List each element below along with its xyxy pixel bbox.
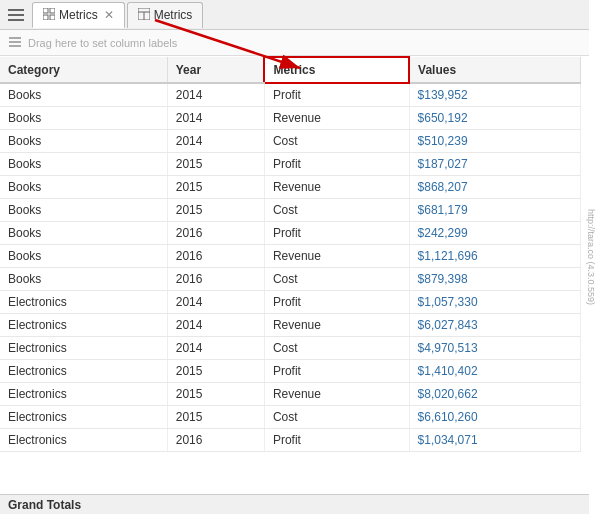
table-cell-2-1: 2014 <box>167 130 264 153</box>
table-cell-10-1: 2014 <box>167 314 264 337</box>
data-table-wrapper[interactable]: Category Year Metrics Values Books2014Pr… <box>0 56 589 494</box>
table-cell-15-2: Profit <box>264 429 409 452</box>
table-cell-8-2: Cost <box>264 268 409 291</box>
table-cell-4-0: Books <box>0 176 167 199</box>
table-cell-13-2: Revenue <box>264 383 409 406</box>
table-row: Books2015Revenue$868,207 <box>0 176 581 199</box>
table-row: Books2014Revenue$650,192 <box>0 107 581 130</box>
table-cell-12-1: 2015 <box>167 360 264 383</box>
table-cell-13-1: 2015 <box>167 383 264 406</box>
table-cell-5-2: Cost <box>264 199 409 222</box>
grand-totals-label: Grand Totals <box>8 498 81 512</box>
table-cell-15-3: $1,034,071 <box>409 429 580 452</box>
col-header-values: Values <box>409 57 580 83</box>
table-cell-15-0: Electronics <box>0 429 167 452</box>
table-cell-3-3: $187,027 <box>409 153 580 176</box>
grand-totals-row: Grand Totals <box>0 494 589 514</box>
table-cell-6-0: Books <box>0 222 167 245</box>
table-cell-2-3: $510,239 <box>409 130 580 153</box>
table-cell-0-2: Profit <box>264 83 409 107</box>
table-cell-6-1: 2016 <box>167 222 264 245</box>
table-cell-7-1: 2016 <box>167 245 264 268</box>
table-cell-1-3: $650,192 <box>409 107 580 130</box>
table-row: Electronics2014Revenue$6,027,843 <box>0 314 581 337</box>
svg-rect-0 <box>8 9 24 11</box>
svg-rect-11 <box>9 41 21 43</box>
svg-rect-3 <box>43 8 48 13</box>
col-header-year: Year <box>167 57 264 83</box>
table-row: Electronics2015Cost$6,610,260 <box>0 406 581 429</box>
table-cell-5-0: Books <box>0 199 167 222</box>
table-cell-4-2: Revenue <box>264 176 409 199</box>
col-header-category: Category <box>0 57 167 83</box>
svg-rect-4 <box>50 8 55 13</box>
table-row: Books2015Profit$187,027 <box>0 153 581 176</box>
table-cell-14-2: Cost <box>264 406 409 429</box>
tab-metrics-inactive[interactable]: Metrics <box>127 2 204 28</box>
table-cell-0-3: $139,952 <box>409 83 580 107</box>
table-icon <box>138 8 150 22</box>
table-row: Electronics2015Revenue$8,020,662 <box>0 383 581 406</box>
table-cell-11-3: $4,970,513 <box>409 337 580 360</box>
table-row: Books2016Profit$242,299 <box>0 222 581 245</box>
drag-bar: Drag here to set column labels <box>0 30 589 56</box>
table-cell-11-1: 2014 <box>167 337 264 360</box>
table-cell-3-1: 2015 <box>167 153 264 176</box>
tab-bar: Metrics ✕ Metrics <box>0 0 589 30</box>
table-cell-4-3: $868,207 <box>409 176 580 199</box>
side-watermark: http://tara.co (4.3.0.559) <box>586 0 596 514</box>
table-cell-2-0: Books <box>0 130 167 153</box>
table-row: Electronics2015Profit$1,410,402 <box>0 360 581 383</box>
table-row: Electronics2014Cost$4,970,513 <box>0 337 581 360</box>
table-cell-7-3: $1,121,696 <box>409 245 580 268</box>
svg-rect-10 <box>9 37 21 39</box>
table-cell-2-2: Cost <box>264 130 409 153</box>
svg-rect-12 <box>9 45 21 47</box>
main-content: Metrics ✕ Metrics <box>0 0 589 494</box>
svg-rect-1 <box>8 14 24 16</box>
table-cell-9-1: 2014 <box>167 291 264 314</box>
table-cell-11-2: Cost <box>264 337 409 360</box>
drag-icon <box>8 35 22 51</box>
table-row: Electronics2016Profit$1,034,071 <box>0 429 581 452</box>
table-cell-9-0: Electronics <box>0 291 167 314</box>
table-cell-10-3: $6,027,843 <box>409 314 580 337</box>
app-container: Metrics ✕ Metrics <box>0 0 597 514</box>
table-row: Books2016Revenue$1,121,696 <box>0 245 581 268</box>
table-cell-0-0: Books <box>0 83 167 107</box>
table-cell-10-0: Electronics <box>0 314 167 337</box>
table-cell-4-1: 2015 <box>167 176 264 199</box>
table-cell-7-0: Books <box>0 245 167 268</box>
table-cell-0-1: 2014 <box>167 83 264 107</box>
table-cell-5-1: 2015 <box>167 199 264 222</box>
table-cell-5-3: $681,179 <box>409 199 580 222</box>
table-cell-14-3: $6,610,260 <box>409 406 580 429</box>
table-cell-12-0: Electronics <box>0 360 167 383</box>
table-cell-3-0: Books <box>0 153 167 176</box>
table-cell-9-2: Profit <box>264 291 409 314</box>
drag-bar-label: Drag here to set column labels <box>28 37 177 49</box>
tab-close-button[interactable]: ✕ <box>104 8 114 22</box>
table-cell-12-3: $1,410,402 <box>409 360 580 383</box>
table-row: Books2016Cost$879,398 <box>0 268 581 291</box>
table-cell-15-1: 2016 <box>167 429 264 452</box>
table-cell-3-2: Profit <box>264 153 409 176</box>
tab-toggle-button[interactable] <box>4 3 28 27</box>
table-row: Books2014Cost$510,239 <box>0 130 581 153</box>
grid-icon <box>43 8 55 22</box>
table-cell-13-0: Electronics <box>0 383 167 406</box>
col-header-metrics: Metrics <box>264 57 409 83</box>
tab-metrics-active-label: Metrics <box>59 8 98 22</box>
table-cell-1-1: 2014 <box>167 107 264 130</box>
table-cell-6-2: Profit <box>264 222 409 245</box>
table-cell-1-0: Books <box>0 107 167 130</box>
table-cell-1-2: Revenue <box>264 107 409 130</box>
table-cell-9-3: $1,057,330 <box>409 291 580 314</box>
data-table: Category Year Metrics Values Books2014Pr… <box>0 56 581 452</box>
table-cell-13-3: $8,020,662 <box>409 383 580 406</box>
table-cell-8-1: 2016 <box>167 268 264 291</box>
table-cell-6-3: $242,299 <box>409 222 580 245</box>
table-row: Books2015Cost$681,179 <box>0 199 581 222</box>
table-body: Books2014Profit$139,952Books2014Revenue$… <box>0 83 581 452</box>
tab-metrics-active[interactable]: Metrics ✕ <box>32 2 125 28</box>
